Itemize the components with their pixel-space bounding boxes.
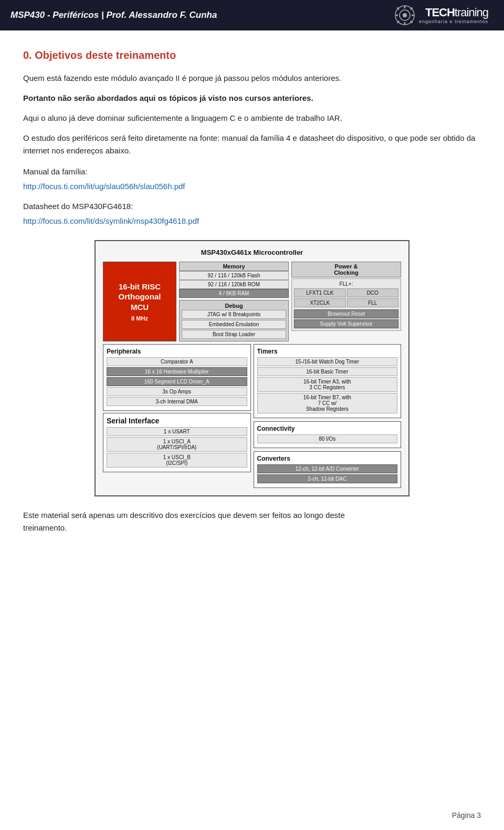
diagram-serial-label: Serial Interface — [107, 417, 247, 425]
diagram-memory-item-2: 4 / 8KB RAM — [179, 289, 289, 298]
main-content: 0. Objetivos deste treinamento Quem está… — [0, 30, 504, 573]
diagram-debug-item-1: Embedded Emulation — [182, 320, 286, 329]
diagram-memory-item-1: 92 / 116 / 120kB ROM — [179, 280, 289, 289]
diagram-debug-item-0: JTAG w/ 8 Breakpoints — [182, 310, 286, 319]
paragraph-3: Aqui o aluno já deve dominar suficientem… — [23, 112, 481, 124]
diagram-clk-2: XT2CLK — [294, 298, 346, 307]
diagram-debug-item-2: Boot Strap Loader — [182, 330, 286, 339]
final-paragraph-line1: Este material será apenas um descritivo … — [23, 511, 345, 520]
diagram-fll-label: FLL+: — [294, 281, 398, 287]
diagram-periph-3: 3x Op Amps — [107, 387, 247, 396]
diagram-bottom-row: Peripherals Comparator A 16 x 16 Hardwar… — [103, 344, 401, 488]
diagram-periph-0: Comparator A — [107, 357, 247, 366]
final-paragraph-line2: treinamento. — [23, 523, 67, 532]
manual-link-line: http://focus.ti.com/lit/ug/slau056h/slau… — [23, 180, 481, 193]
diagram-connectivity-box: Connectivity 80 I/Os — [254, 421, 402, 448]
page-footer: Página 3 — [452, 811, 481, 819]
diagram-supply: Supply Volt Supervisor — [294, 319, 398, 328]
diagram-title: MSP430xG461x Microcontroller — [103, 248, 401, 256]
datasheet-label: Datasheet do MSP430FG4618: — [23, 200, 481, 213]
logo-sub: engenharia e treinamentos — [419, 19, 488, 24]
diagram-brownout: Brownout Reset — [294, 309, 398, 318]
diagram-debug-section: Debug JTAG w/ 8 Breakpoints Embedded Emu… — [179, 300, 289, 341]
diagram-serial-2: 1 x USCI_B(I2C/SPI) — [107, 453, 247, 468]
diagram-converters-label: Converters — [257, 455, 398, 462]
diagram-timer-3: 16-bit Timer B7, with7 CC w/Shadow Regis… — [257, 393, 398, 413]
diagram-cpu-line3: MCU — [131, 302, 149, 313]
section-number: 0. — [23, 49, 32, 61]
diagram-periph-4: 3-ch Internal DMA — [107, 397, 247, 406]
diagram-memory-item-0: 92 / 116 / 120kB Flash — [179, 271, 289, 280]
section-title: Objetivos deste treinamento — [35, 49, 176, 61]
diagram-left-col: Peripherals Comparator A 16 x 16 Hardwar… — [103, 344, 251, 488]
diagram-right-col: Timers 15-/16-bit Watch Dog Timer 16-bit… — [254, 344, 402, 488]
diagram-connectivity-label: Connectivity — [257, 425, 398, 432]
page-header: MSP430 - Periféricos | Prof. Alessandro … — [0, 0, 504, 30]
final-paragraph: Este material será apenas um descritivo … — [23, 509, 481, 534]
diagram-power-col: Power &Clocking FLL+: LFXT1 CLK DCO XT2C… — [291, 262, 401, 341]
microcontroller-diagram: MSP430xG461x Microcontroller 16-bit RISC… — [94, 240, 410, 496]
diagram-peripherals-box: Peripherals Comparator A 16 x 16 Hardwar… — [103, 344, 251, 411]
diagram-fll-area: FLL+: LFXT1 CLK DCO XT2CLK FLL Brownout … — [291, 278, 401, 331]
diagram-converter-0: 12-ch, 12-bit A/D Converter — [257, 464, 398, 473]
diagram-converter-1: 2-ch, 12-bit DAC — [257, 474, 398, 483]
logo-tech: TECH — [425, 6, 455, 19]
diagram-cpu-line4: 8 MHz — [131, 315, 148, 321]
header-title-area: MSP430 - Periféricos | Prof. Alessandro … — [10, 10, 217, 20]
svg-point-10 — [403, 13, 407, 17]
diagram-timers-box: Timers 15-/16-bit Watch Dog Timer 16-bit… — [254, 344, 402, 418]
gear-icon — [394, 4, 416, 26]
section-heading: 0. Objetivos deste treinamento — [23, 49, 481, 61]
paragraph-4: O estudo dos periféricos será feito dire… — [23, 132, 481, 157]
diagram-clk-3: FLL — [347, 298, 399, 307]
diagram-timer-2: 16-bit Timer A3, with3 CC Registers — [257, 377, 398, 392]
diagram-serial-0: 1 x USART — [107, 427, 247, 436]
page-number: Página 3 — [452, 811, 481, 819]
diagram-memory-label: Memory — [179, 262, 289, 271]
manual-link[interactable]: http://focus.ti.com/lit/ug/slau056h/slau… — [23, 182, 185, 191]
paragraph-1: Quem está fazendo este módulo avançado I… — [23, 72, 481, 85]
diagram-timers-label: Timers — [257, 348, 398, 355]
logo-training: training — [455, 6, 488, 19]
diagram-cpu-line1: 16-bit RISC — [119, 282, 161, 292]
diagram-periph-1: 16 x 16 Hardware Multiplier — [107, 367, 247, 376]
diagram-clk-0: LFXT1 CLK — [294, 288, 346, 297]
datasheet-link-line: http://focus.ti.com/lit/ds/symlink/msp43… — [23, 215, 481, 227]
diagram-periph-2: 160 Segment LCD Driver_A — [107, 377, 247, 386]
diagram-cpu-cell: 16-bit RISC Orthogonal MCU 8 MHz — [103, 262, 176, 341]
diagram-cpu-line2: Orthogonal — [119, 292, 161, 302]
diagram-clk-1: DCO — [347, 288, 399, 297]
header-title: MSP430 - Periféricos | Prof. Alessandro … — [10, 10, 217, 20]
diagram-power-label: Power &Clocking — [291, 262, 401, 277]
logo-area: TECHtraining engenharia e treinamentos — [394, 4, 488, 26]
datasheet-link[interactable]: http://focus.ti.com/lit/ds/symlink/msp43… — [23, 216, 199, 225]
diagram-timer-1: 16-bit Basic Timer — [257, 367, 398, 376]
diagram-serial-box: Serial Interface 1 x USART 1 x USCI_A(UA… — [103, 413, 251, 472]
diagram-peripherals-label: Peripherals — [107, 348, 247, 355]
diagram-timer-0: 15-/16-bit Watch Dog Timer — [257, 357, 398, 366]
manual-label: Manual da família: — [23, 165, 481, 178]
diagram-debug-label: Debug — [182, 303, 286, 309]
diagram-connectivity-0: 80 I/Os — [257, 434, 398, 443]
diagram-serial-1: 1 x USCI_A(UART/SPI/IrDA) — [107, 437, 247, 452]
diagram-converters-box: Converters 12-ch, 12-bit A/D Converter 2… — [254, 451, 402, 488]
diagram-memory-col: Memory 92 / 116 / 120kB Flash 92 / 116 /… — [179, 262, 289, 341]
paragraph-2: Portanto não serão abordados aqui os tóp… — [23, 92, 481, 105]
